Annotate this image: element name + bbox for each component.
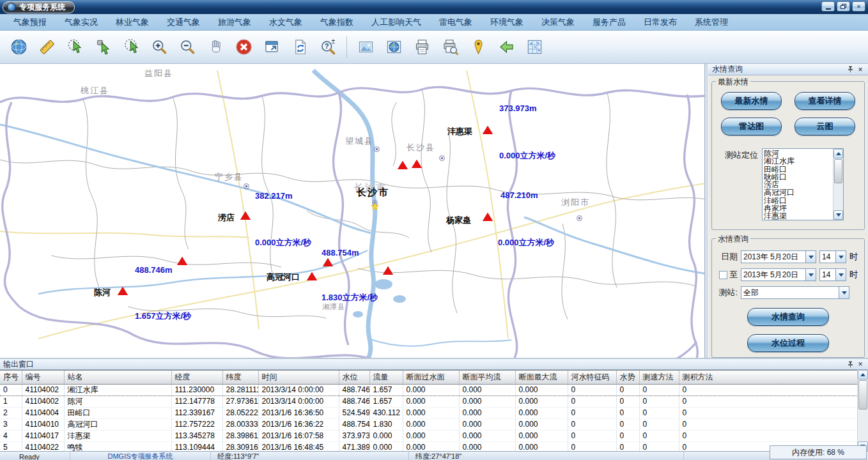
menu-item-9[interactable]: 环境气象: [482, 15, 532, 30]
hour-to-select[interactable]: 14: [819, 268, 846, 281]
menu-item-7[interactable]: 人工影响天气: [363, 15, 430, 30]
grid-map-button[interactable]: [522, 34, 546, 60]
station-marker-icon[interactable]: [240, 211, 251, 220]
zoom-out-button[interactable]: [175, 34, 199, 60]
menu-item-8[interactable]: 雷电气象: [431, 15, 481, 30]
column-header[interactable]: 序号: [0, 371, 22, 384]
column-header[interactable]: 纬度: [222, 371, 258, 384]
column-header[interactable]: 流量: [369, 371, 403, 384]
refresh-button[interactable]: [288, 34, 312, 60]
zoom-in-button[interactable]: [147, 34, 171, 60]
menu-item-13[interactable]: 系统管理: [686, 15, 736, 30]
print-button[interactable]: [410, 34, 434, 60]
select-lasso-button[interactable]: [63, 34, 87, 60]
back-button[interactable]: [494, 34, 518, 60]
map-canvas[interactable]: 益阳县桃江县望城县长沙县宁乡县浏阳市湘潭县长沙市长沙市沣惠渠涝店杨家蛊高冠河口陈…: [0, 64, 705, 358]
hour-from-select[interactable]: 14: [819, 250, 846, 263]
table-row[interactable]: 541104022鸣犊113.10944428.3091672013/1/6 1…: [0, 441, 857, 451]
station-marker-icon[interactable]: [307, 272, 317, 280]
column-header[interactable]: 断面平均流: [459, 371, 515, 384]
column-header[interactable]: 断面最大流: [515, 371, 568, 384]
column-header[interactable]: 编号: [22, 371, 64, 384]
station-marker-icon[interactable]: [177, 257, 187, 265]
table-row[interactable]: 041104002湘江水库111.23000028.2811112013/3/1…: [0, 384, 857, 395]
identify-button[interactable]: ±?: [316, 34, 340, 60]
dropdown-arrow-icon[interactable]: [835, 251, 846, 263]
restore-button[interactable]: [837, 1, 850, 12]
station-listbox[interactable]: 陈河湘江水库田峪口耿峪口涝店高冠河口沣峪口冉家坪沣惠渠: [762, 148, 844, 220]
full-extent-button[interactable]: [260, 34, 284, 60]
dropdown-arrow-icon[interactable]: [839, 287, 849, 298]
menu-item-6[interactable]: 气象指数: [312, 15, 362, 30]
list-scrollbar[interactable]: [833, 149, 843, 220]
menu-item-4[interactable]: 旅游气象: [210, 15, 260, 30]
select-arrow-button[interactable]: [91, 34, 115, 60]
menu-item-11[interactable]: 服务产品: [584, 15, 634, 30]
latest-water-button[interactable]: 最新水情: [721, 92, 782, 110]
station-marker-icon[interactable]: [383, 266, 393, 275]
column-header[interactable]: 时间: [258, 371, 339, 384]
column-header[interactable]: 河水特征码: [568, 371, 616, 384]
scroll-up-icon[interactable]: [833, 149, 843, 158]
table-row[interactable]: 241104004田峪口112.33916728.0522222013/1/6 …: [0, 407, 857, 418]
radar-chart-button[interactable]: 雷达图: [721, 118, 782, 135]
column-header[interactable]: 测积方法: [679, 371, 857, 384]
menu-item-2[interactable]: 林业气象: [107, 15, 157, 30]
stop-button[interactable]: [231, 34, 256, 60]
map-view-button[interactable]: [382, 34, 406, 60]
menu-item-0[interactable]: 气象预报: [5, 15, 55, 30]
station-marker-icon[interactable]: [483, 126, 493, 134]
measure-tool-button[interactable]: [35, 34, 59, 60]
list-item[interactable]: 高冠河口: [764, 188, 833, 196]
close-button[interactable]: ×: [852, 1, 865, 12]
minimize-button[interactable]: [821, 1, 835, 12]
pan-tool-button[interactable]: [203, 34, 228, 60]
water-level-process-button[interactable]: 水位过程: [747, 334, 829, 352]
select-circle-button[interactable]: [119, 34, 143, 60]
list-item[interactable]: 湘江水库: [764, 157, 833, 165]
menu-item-12[interactable]: 日常发布: [635, 15, 685, 30]
dropdown-arrow-icon[interactable]: [805, 251, 816, 263]
station-select[interactable]: 全部: [741, 286, 849, 299]
column-header[interactable]: 水位: [339, 371, 369, 384]
station-marker-icon[interactable]: [323, 258, 333, 266]
station-marker-icon[interactable]: [483, 213, 493, 221]
table-row[interactable]: 441104017沣惠渠113.34527828.3986112013/1/6 …: [0, 430, 857, 441]
pin-icon[interactable]: [845, 65, 855, 74]
table-scrollbar[interactable]: [857, 370, 868, 451]
list-item[interactable]: 沣惠渠: [764, 212, 833, 220]
view-detail-button[interactable]: 查看详情: [794, 92, 855, 110]
station-marker-icon[interactable]: [398, 161, 408, 169]
locate-button[interactable]: [466, 34, 490, 60]
to-date-checkbox[interactable]: [719, 271, 727, 279]
menu-item-5[interactable]: 水文气象: [261, 15, 311, 30]
scroll-thumb[interactable]: [834, 159, 842, 183]
column-header[interactable]: 测速方法: [639, 371, 679, 384]
dropdown-arrow-icon[interactable]: [805, 269, 816, 280]
menu-item-10[interactable]: 决策气象: [533, 15, 583, 30]
column-header[interactable]: 水势: [616, 371, 639, 384]
column-header[interactable]: 经度: [171, 371, 222, 384]
column-header[interactable]: 站名: [64, 371, 171, 384]
column-header[interactable]: 断面过水面: [403, 371, 459, 384]
table-row[interactable]: 141104002陈河112.14777827.9736112013/3/14 …: [0, 395, 857, 407]
scroll-thumb[interactable]: [858, 380, 867, 410]
scroll-up-icon[interactable]: [858, 370, 868, 379]
menu-item-1[interactable]: 气象实况: [56, 15, 106, 30]
globe-tool-button[interactable]: [6, 34, 31, 60]
date-from-select[interactable]: 2013年 5月20日: [741, 250, 816, 263]
station-marker-icon[interactable]: [412, 160, 422, 168]
pin-icon[interactable]: [845, 360, 855, 369]
output-close-icon[interactable]: ×: [855, 360, 865, 369]
app-tab[interactable]: 专项服务系统: [3, 1, 75, 13]
dropdown-arrow-icon[interactable]: [835, 269, 846, 280]
date-to-select[interactable]: 2013年 5月20日: [741, 268, 816, 281]
data-table-container[interactable]: 序号编号站名经度纬度时间水位流量断面过水面断面平均流断面最大流河水特征码水势测速…: [0, 370, 857, 451]
cloud-image-button[interactable]: 云图: [794, 118, 855, 135]
station-marker-icon[interactable]: [118, 287, 128, 295]
print-preview-button[interactable]: [438, 34, 462, 60]
water-query-button[interactable]: 水情查询: [747, 308, 829, 326]
export-image-button[interactable]: [353, 34, 378, 60]
table-row[interactable]: 341104010高冠河口112.75722228.0033332013/1/6…: [0, 418, 857, 430]
panel-close-icon[interactable]: ×: [855, 65, 865, 74]
